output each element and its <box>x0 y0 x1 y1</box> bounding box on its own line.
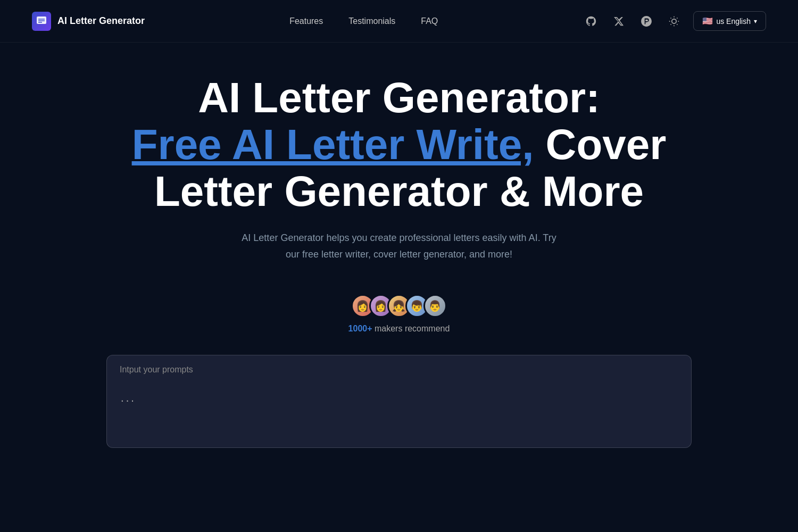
avatars-row: 👩 👩 👧 👦 👨 <box>351 294 447 318</box>
hero-subtitle: AI Letter Generator helps you create pro… <box>239 230 559 262</box>
hero-title-blue: Free AI Letter Write, <box>132 121 534 168</box>
nav-testimonials[interactable]: Testimonials <box>348 16 395 26</box>
navbar-actions: 🇺🇸 us English ▾ <box>583 11 766 31</box>
logo-text: AI Letter Generator <box>57 15 145 27</box>
navbar: AI Letter Generator Features Testimonial… <box>0 0 798 43</box>
makers-label: makers recommend <box>372 324 450 333</box>
navbar-brand: AI Letter Generator <box>32 12 145 31</box>
svg-line-12 <box>677 18 678 18</box>
product-hunt-icon[interactable] <box>638 13 655 30</box>
svg-line-8 <box>677 24 678 24</box>
makers-text: 1000+ makers recommend <box>348 324 450 334</box>
hero-title-line1: AI Letter Generator: <box>198 74 600 121</box>
theme-toggle-icon[interactable] <box>666 13 683 30</box>
social-proof: 👩 👩 👧 👦 👨 1000+ makers recommend <box>348 294 450 334</box>
logo-icon <box>32 12 51 31</box>
flag-icon: 🇺🇸 <box>702 16 713 26</box>
hero-title-line3: Letter Generator & More <box>154 168 644 215</box>
makers-count: 1000+ <box>348 324 372 333</box>
svg-point-4 <box>672 19 676 23</box>
hero-section: AI Letter Generator: Free AI Letter Writ… <box>0 43 798 448</box>
svg-rect-0 <box>37 16 46 24</box>
nav-faq[interactable]: FAQ <box>421 16 438 26</box>
hero-title-white: Cover <box>534 121 666 168</box>
hero-title: AI Letter Generator: Free AI Letter Writ… <box>132 74 667 215</box>
nav-links: Features Testimonials FAQ <box>289 16 438 26</box>
github-icon[interactable] <box>583 13 600 30</box>
avatar: 👨 <box>423 294 447 318</box>
svg-line-11 <box>671 24 671 24</box>
input-section <box>106 355 692 448</box>
chevron-down-icon: ▾ <box>754 18 757 25</box>
language-selector[interactable]: 🇺🇸 us English ▾ <box>693 11 766 31</box>
hero-content: AI Letter Generator: Free AI Letter Writ… <box>0 43 798 448</box>
output-textarea[interactable] <box>106 384 692 448</box>
language-label: us English <box>716 17 751 26</box>
twitter-x-icon[interactable] <box>610 13 627 30</box>
nav-features[interactable]: Features <box>289 16 323 26</box>
svg-line-7 <box>671 18 671 18</box>
prompt-input[interactable] <box>106 355 692 384</box>
